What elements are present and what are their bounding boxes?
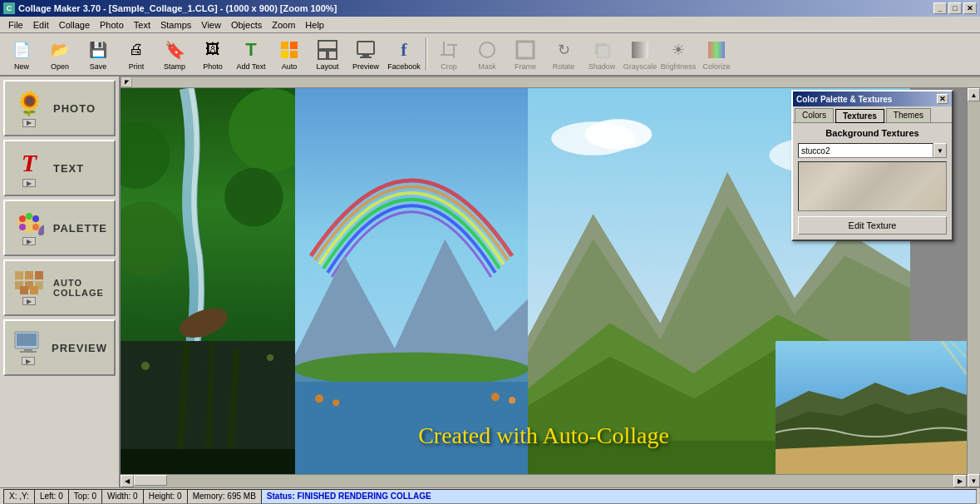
svg-rect-38 — [20, 351, 37, 353]
sidebar-text-button[interactable]: T ▶ TEXT — [3, 140, 116, 196]
svg-rect-36 — [17, 334, 37, 346]
menu-text[interactable]: Text — [129, 18, 155, 32]
open-button[interactable]: 📂 Open — [42, 35, 78, 73]
h-scroll-thumb[interactable] — [134, 475, 167, 486]
tab-colors[interactable]: Colors — [795, 108, 834, 122]
palette-close-button[interactable]: ✕ — [937, 94, 948, 104]
minimize-button[interactable]: _ — [933, 2, 947, 14]
photo-button[interactable]: 🖼 Photo — [195, 35, 231, 73]
svg-point-14 — [480, 42, 495, 57]
menu-help[interactable]: Help — [300, 18, 329, 32]
maximize-button[interactable]: □ — [948, 2, 962, 14]
collage-image-4 — [121, 341, 295, 474]
sidebar-photo-button[interactable]: 🌻 ▶ PHOTO — [3, 80, 116, 136]
facebook-button[interactable]: f Facebook — [386, 35, 422, 73]
svg-rect-33 — [20, 286, 28, 294]
scroll-left-button[interactable]: ◀ — [121, 475, 134, 487]
menu-file[interactable]: File — [3, 18, 28, 32]
canvas-inner: Created with Auto-Collage Color Palette … — [121, 88, 980, 487]
collage-image-5 — [776, 341, 967, 474]
layout-button[interactable]: Layout — [309, 35, 346, 73]
photo-icon: 🖼 — [201, 38, 224, 62]
brightness-button[interactable]: ☀ Brightness — [660, 35, 697, 73]
status-xy: X: ,Y: — [3, 489, 34, 504]
texture-name-input[interactable] — [798, 143, 933, 158]
svg-point-44 — [224, 168, 283, 227]
scroll-right-button[interactable]: ▶ — [953, 475, 967, 487]
new-button[interactable]: 📄 New — [3, 35, 40, 73]
sidebar-palette-button[interactable]: ▶ PALETTE — [3, 200, 116, 256]
sidebar-preview-button[interactable]: ▶ PREVIEW — [3, 319, 116, 376]
text-play-icon: ▶ — [22, 179, 36, 187]
palette-content: Background Textures ▼ Edit Texture — [793, 123, 952, 240]
svg-rect-70 — [121, 449, 295, 474]
stamp-icon: 🔖 — [163, 38, 186, 62]
svg-rect-18 — [632, 42, 648, 58]
scroll-corner[interactable]: ◤ — [121, 77, 132, 87]
svg-point-52 — [332, 399, 339, 406]
tab-themes[interactable]: Themes — [886, 108, 931, 122]
mask-button[interactable]: Mask — [469, 35, 505, 73]
addtext-button[interactable]: T Add Text — [233, 35, 269, 73]
svg-point-25 — [19, 224, 26, 230]
svg-point-51 — [315, 394, 323, 403]
texture-dropdown-button[interactable]: ▼ — [933, 143, 947, 158]
svg-rect-3 — [290, 51, 298, 58]
tab-textures[interactable]: Textures — [835, 109, 884, 123]
frame-button[interactable]: Frame — [507, 35, 544, 73]
colorize-button[interactable]: Colorize — [698, 35, 735, 73]
rotate-button[interactable]: ↻ Rotate — [545, 35, 582, 73]
svg-rect-34 — [30, 286, 38, 294]
preview-button[interactable]: Preview — [347, 35, 384, 73]
new-icon: 📄 — [10, 38, 33, 62]
svg-point-21 — [19, 215, 26, 222]
menu-collage[interactable]: Collage — [54, 18, 95, 32]
app-icon: C — [3, 2, 15, 14]
svg-point-24 — [32, 224, 39, 230]
photo-play-icon: ▶ — [22, 119, 36, 127]
crop-button[interactable]: Crop — [431, 35, 467, 73]
shadow-button[interactable]: Shadow — [584, 35, 620, 73]
print-icon: 🖨 — [125, 38, 148, 62]
menu-objects[interactable]: Objects — [226, 18, 267, 32]
brightness-label: Brightness — [661, 62, 697, 71]
menu-stamps[interactable]: Stamps — [155, 18, 196, 32]
svg-rect-4 — [318, 41, 337, 49]
save-button[interactable]: 💾 Save — [80, 35, 116, 73]
texture-preview — [798, 161, 947, 211]
palette-title: Color Palette & Textures — [796, 95, 937, 104]
facebook-icon: f — [392, 38, 416, 62]
brightness-icon: ☀ — [667, 38, 690, 62]
scroll-down-button[interactable]: ▼ — [968, 474, 980, 487]
autocollage-icon — [14, 270, 44, 295]
sidebar-autocollage-button[interactable]: ▶ AUTOCOLLAGE — [3, 259, 116, 316]
svg-point-72 — [267, 354, 273, 361]
h-scroll-track[interactable] — [134, 475, 953, 487]
status-width: Width: 0 — [101, 489, 143, 504]
main-area: 🌻 ▶ PHOTO T ▶ TEXT — [0, 77, 980, 487]
edit-texture-button[interactable]: Edit Texture — [798, 216, 947, 235]
palette-tabs: Colors Textures Themes — [793, 106, 952, 123]
grayscale-button[interactable]: Grayscale — [622, 35, 658, 73]
crop-icon — [437, 38, 460, 62]
status-top: Top: 0 — [68, 489, 101, 504]
v-scroll-track[interactable] — [968, 101, 980, 474]
addtext-icon: T — [239, 38, 263, 62]
svg-rect-27 — [15, 271, 23, 279]
print-button[interactable]: 🖨 Print — [118, 35, 155, 73]
stamp-button[interactable]: 🔖 Stamp — [156, 35, 193, 73]
auto-button[interactable]: Auto — [271, 35, 308, 73]
close-button[interactable]: ✕ — [963, 2, 977, 14]
svg-point-53 — [491, 393, 500, 401]
scroll-up-button[interactable]: ▲ — [968, 88, 980, 101]
menubar: File Edit Collage Photo Text Stamps View… — [0, 17, 980, 33]
palette-window: Color Palette & Textures ✕ Colors Textur… — [791, 90, 953, 241]
menu-zoom[interactable]: Zoom — [267, 18, 300, 32]
sidebar-autocollage-label: AUTOCOLLAGE — [53, 278, 104, 298]
canvas-area[interactable]: Created with Auto-Collage Color Palette … — [121, 88, 967, 474]
menu-edit[interactable]: Edit — [28, 18, 54, 32]
menu-photo[interactable]: Photo — [95, 18, 129, 32]
svg-point-54 — [509, 397, 515, 403]
menu-view[interactable]: View — [196, 18, 226, 32]
svg-rect-29 — [35, 271, 43, 279]
